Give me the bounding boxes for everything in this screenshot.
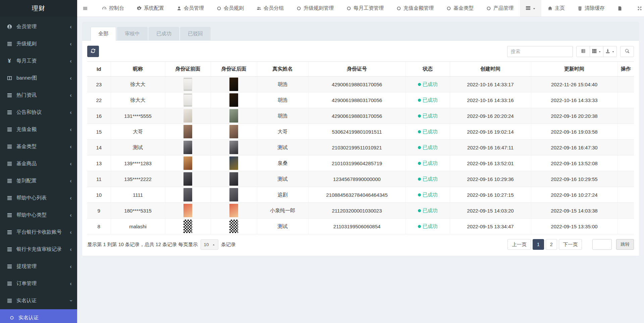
sidebar-item[interactable]: 平台银行卡收款账号‹ xyxy=(0,224,77,241)
sidebar-item[interactable]: 签到配置‹ xyxy=(0,172,77,189)
prev-page-button[interactable]: 上一页 xyxy=(507,239,531,250)
id-card-back-image[interactable] xyxy=(229,220,238,233)
jump-page-input[interactable] xyxy=(592,239,612,250)
sidebar-toggle-button[interactable] xyxy=(77,0,96,16)
toolbar xyxy=(87,46,634,57)
topbar-item[interactable]: 控制台 xyxy=(96,0,130,16)
caret-up-icon xyxy=(212,242,215,247)
export-dropdown-button[interactable] xyxy=(603,46,617,57)
topbar-item[interactable]: 会员分组 xyxy=(250,0,290,16)
cell-updated: 2022-09-16 10:27:24 xyxy=(531,187,618,203)
sidebar-item-label: 会员管理 xyxy=(16,24,70,30)
gear-icon xyxy=(137,6,142,11)
topbar-item[interactable]: 升级规则管理 xyxy=(290,0,340,16)
topbar-item[interactable]: 会员管理 xyxy=(170,0,210,16)
sidebar-item[interactable]: 热门资讯‹ xyxy=(0,87,77,104)
page-size-select[interactable]: 10 xyxy=(201,239,219,250)
sidebar-item-label: 升级规则 xyxy=(16,41,70,47)
next-page-button[interactable]: 下一页 xyxy=(559,239,582,250)
sidebar-item[interactable]: 实名认证‹ xyxy=(0,292,77,309)
cell-actions xyxy=(618,155,634,171)
id-card-back-image[interactable] xyxy=(229,172,238,186)
id-card-back-image[interactable] xyxy=(229,141,238,154)
sidebar-item-label: 基金类型 xyxy=(16,143,70,150)
topbar-item[interactable]: 每月工资管理 xyxy=(340,0,390,16)
jump-button[interactable]: 跳转 xyxy=(616,239,634,250)
trash-icon xyxy=(578,6,582,11)
sidebar-item[interactable]: 订单管理‹ xyxy=(0,275,77,292)
home-button[interactable]: 主页 xyxy=(541,0,571,16)
id-card-back-image[interactable] xyxy=(229,204,238,217)
sidebar-subitem-active[interactable]: 实名认证 xyxy=(0,309,77,323)
id-card-front-image[interactable] xyxy=(183,78,192,91)
topbar-item-label: 系统配置 xyxy=(144,5,164,11)
id-card-front-image[interactable] xyxy=(183,204,192,217)
topbar-item[interactable]: 产品管理 xyxy=(480,0,520,16)
id-card-front-image[interactable] xyxy=(183,220,192,233)
docs-button[interactable] xyxy=(611,0,631,16)
topbar-item[interactable]: 系统配置 xyxy=(130,0,170,16)
refresh-button[interactable] xyxy=(87,46,99,57)
topbar-item[interactable]: 基金类型 xyxy=(440,0,480,16)
column-header: 创建时间 xyxy=(450,62,531,77)
columns-dropdown-button[interactable] xyxy=(590,46,603,57)
fullscreen-button[interactable] xyxy=(631,0,644,16)
sidebar-item[interactable]: 提现管理‹ xyxy=(0,258,77,275)
sidebar-item-label: 公告和协议 xyxy=(16,109,70,116)
sidebar-item[interactable]: 公告和协议‹ xyxy=(0,104,77,121)
search-input[interactable] xyxy=(507,46,573,57)
tab-已驳回[interactable]: 已驳回 xyxy=(180,27,211,41)
id-card-front-image[interactable] xyxy=(183,172,192,186)
page-button-1[interactable]: 1 xyxy=(533,239,544,250)
cell-created: 2022-09-16 10:27:15 xyxy=(450,187,531,203)
sidebar-item[interactable]: 帮助中心列表‹ xyxy=(0,189,77,206)
id-card-front-image[interactable] xyxy=(183,109,192,123)
search-button[interactable] xyxy=(620,46,634,57)
nav-list-dropdown[interactable] xyxy=(520,0,541,16)
cell-real-name: 胡浩 xyxy=(257,92,308,108)
chevron-down-icon: ‹ xyxy=(68,300,74,302)
id-card-back-image[interactable] xyxy=(229,109,238,123)
cell-id-front xyxy=(165,77,211,92)
tab-审核中[interactable]: 审核中 xyxy=(117,27,148,41)
circle-o-icon xyxy=(396,6,401,11)
column-header: 身份证后面 xyxy=(211,62,257,77)
sidebar-item[interactable]: 会员管理‹ xyxy=(0,18,77,35)
sidebar-item[interactable]: 银行卡充值审核记录‹ xyxy=(0,241,77,258)
sidebar-item[interactable]: 基金类型‹ xyxy=(0,138,77,155)
sidebar-item[interactable]: 基金商品‹ xyxy=(0,155,77,172)
id-card-back-image[interactable] xyxy=(229,93,238,107)
id-card-back-image[interactable] xyxy=(229,78,238,91)
chevron-left-icon: ‹ xyxy=(70,246,72,252)
sidebar-item[interactable]: 充值金额‹ xyxy=(0,121,77,138)
caret-down-icon xyxy=(612,49,614,54)
sidebar-item-label: 签到配置 xyxy=(16,178,70,184)
toggle-view-button[interactable] xyxy=(576,46,590,57)
topbar-item-label: 会员分组 xyxy=(264,5,284,11)
id-card-front-image[interactable] xyxy=(183,141,192,154)
id-card-back-image[interactable] xyxy=(229,156,238,170)
topbar-item[interactable]: 充值金额管理 xyxy=(390,0,440,16)
cell-id-back xyxy=(211,92,257,108)
id-card-front-image[interactable] xyxy=(183,156,192,170)
sidebar-item[interactable]: 帮助中心类型‹ xyxy=(0,206,77,224)
id-card-front-image[interactable] xyxy=(183,188,192,201)
topbar-item[interactable]: 会员规则 xyxy=(210,0,250,16)
clear-cache-button[interactable]: 清除缓存 xyxy=(571,0,611,16)
sidebar-item-label: 帮助中心类型 xyxy=(16,212,70,218)
user-circle-icon xyxy=(5,24,13,29)
page-size-value: 10 xyxy=(204,242,209,247)
sidebar-item[interactable]: 升级规则‹ xyxy=(0,35,77,52)
id-card-back-image[interactable] xyxy=(229,125,238,138)
id-card-back-image[interactable] xyxy=(229,188,238,201)
id-card-front-image[interactable] xyxy=(183,125,192,138)
id-card-front-image[interactable] xyxy=(183,93,192,107)
status-dot-icon xyxy=(418,225,421,228)
circle-o-icon xyxy=(297,6,301,11)
cell-status: 已成功 xyxy=(406,108,450,124)
sidebar-item[interactable]: banner图‹ xyxy=(0,70,77,87)
tab-已成功[interactable]: 已成功 xyxy=(149,27,179,41)
sidebar-item[interactable]: ¥每月工资‹ xyxy=(0,52,77,70)
tab-全部[interactable]: 全部 xyxy=(91,27,116,41)
page-button-2[interactable]: 2 xyxy=(546,239,557,250)
